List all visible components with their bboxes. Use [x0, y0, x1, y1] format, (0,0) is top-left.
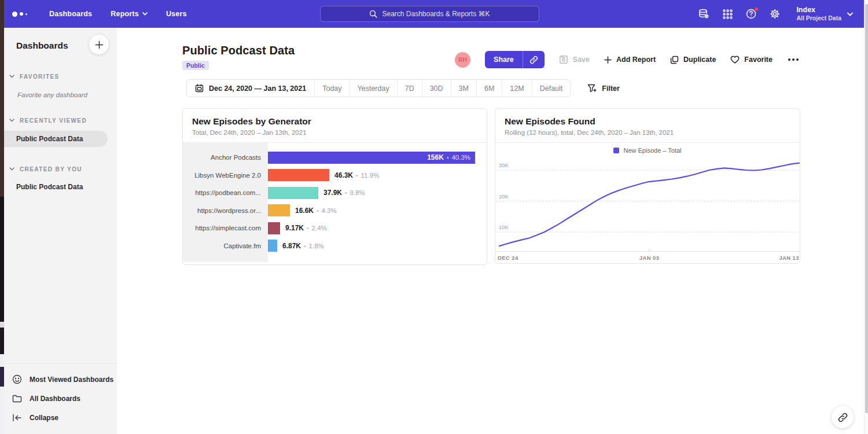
sidebar-item-public-podcast-data[interactable]: Public Podcast Data	[4, 179, 117, 195]
section-recently-viewed[interactable]: RECENTLY VIEWED	[4, 116, 117, 125]
main-content: Public Podcast Data Public RH Share Save…	[117, 28, 868, 434]
bar-row: Anchor Podcasts156K•40.3%	[183, 149, 487, 167]
apps-grid-icon[interactable]	[722, 8, 733, 20]
quick-range-30d[interactable]: 30D	[422, 80, 451, 97]
bar-category-label: Libsyn WebEngine 2.0	[183, 172, 268, 179]
nav-item-label: Dashboards	[49, 10, 92, 18]
footer-item-label: Collapse	[30, 414, 58, 422]
section-created-by-you[interactable]: CREATED BY YOU	[4, 164, 117, 174]
bar-segment[interactable]	[268, 222, 280, 234]
duplicate-button[interactable]: Duplicate	[670, 56, 716, 64]
section-label: CREATED BY YOU	[20, 166, 82, 172]
page-title: Public Podcast Data	[182, 44, 295, 57]
collapse-sidebar-button[interactable]: Collapse	[4, 408, 117, 427]
nav-item-reports[interactable]: Reports	[111, 10, 148, 18]
notification-dot	[754, 7, 759, 12]
bar-segment[interactable]	[268, 204, 290, 216]
y-tick-label: 30K	[499, 162, 509, 168]
bar-segment[interactable]: 156K•40.3%	[268, 152, 475, 164]
chevron-down-icon	[9, 75, 14, 78]
quick-range-7d[interactable]: 7D	[397, 80, 422, 97]
x-tick-label: DEC 24	[498, 255, 518, 261]
duplicate-icon	[670, 56, 679, 64]
share-button[interactable]: Share	[485, 51, 545, 68]
quick-range-6m[interactable]: 6M	[476, 80, 502, 97]
nav-right-cluster: Index All Project Data	[698, 0, 853, 28]
chevron-down-icon	[9, 167, 14, 171]
sidebar-item-public-podcast-data[interactable]: Public Podcast Data	[4, 131, 108, 147]
favorite-label: Favorite	[744, 56, 773, 64]
data-sources-icon[interactable]	[698, 8, 709, 20]
help-icon[interactable]	[745, 8, 757, 20]
x-tick-label: JAN 03	[639, 255, 660, 261]
save-label: Save	[573, 56, 590, 64]
bar-value: 156K•40.3%	[427, 153, 470, 161]
bar-segment[interactable]	[268, 240, 277, 252]
filter-button[interactable]: Filter	[587, 84, 620, 93]
floating-link-button[interactable]	[832, 406, 854, 428]
favorite-button[interactable]: Favorite	[730, 56, 773, 64]
add-report-label: Add Report	[616, 56, 656, 64]
heart-icon	[730, 56, 740, 64]
bar-segment[interactable]	[268, 169, 329, 181]
all-dashboards-button[interactable]: All Dashboards	[4, 389, 117, 408]
bar-category-label: Captivate.fm	[183, 242, 268, 249]
card-header: New Episodes by Generator Total, Dec 24t…	[183, 109, 487, 143]
save-button[interactable]: Save	[559, 55, 590, 64]
bar-row: https://wordpress.or...16.6K•4.3%	[183, 202, 487, 220]
page-scrollbar[interactable]	[864, 0, 868, 434]
more-options-button[interactable]	[787, 56, 800, 63]
app-logo[interactable]	[12, 12, 27, 17]
legend-label: New Episode – Total	[623, 147, 681, 154]
bar-category-label: Anchor Podcasts	[183, 154, 268, 161]
settings-gear-icon[interactable]	[769, 8, 781, 20]
quick-range-default[interactable]: Default	[532, 80, 571, 97]
bar-segment[interactable]	[268, 187, 318, 199]
date-range-picker[interactable]: Dec 24, 2020 — Jan 13, 2021	[187, 80, 314, 97]
share-link-button[interactable]	[523, 51, 545, 68]
nav-item-users[interactable]: Users	[166, 10, 187, 18]
bar-row: Captivate.fm6.87K•1.8%	[183, 237, 487, 255]
scrollbar-thumb[interactable]	[865, 4, 868, 413]
line-series[interactable]	[499, 163, 799, 246]
sidebar-footer: Most Viewed Dashboards All Dashboards Co…	[4, 363, 117, 434]
window-edge-strip	[0, 0, 4, 434]
folder-icon	[12, 394, 22, 403]
share-button-label[interactable]: Share	[485, 51, 523, 68]
chevron-down-icon	[142, 12, 148, 16]
line-chart: 10K20K30KDEC 24JAN 03JAN 13	[495, 158, 800, 262]
bar-row: https://simplecast.com9.17K•2.4%	[183, 219, 487, 237]
plus-icon	[95, 41, 104, 49]
chevron-down-icon	[9, 119, 14, 122]
header-actions: RH Share Save Add Report Duplicate Favor…	[455, 51, 800, 68]
chart-legend: New Episode – Total	[495, 143, 800, 158]
logo-dot-icon	[20, 12, 23, 16]
bar-value: 37.9K•9.8%	[323, 189, 365, 197]
bar-value: 16.6K•4.3%	[295, 207, 337, 215]
add-report-button[interactable]: Add Report	[604, 56, 656, 64]
quick-range-today[interactable]: Today	[314, 80, 349, 97]
bar-row: Libsyn WebEngine 2.046.3K•11.9%	[183, 167, 487, 185]
footer-item-label: All Dashboards	[30, 395, 80, 403]
quick-range-yesterday[interactable]: Yesterday	[350, 80, 397, 97]
section-label: RECENTLY VIEWED	[20, 117, 87, 124]
add-dashboard-button[interactable]	[89, 35, 109, 54]
most-viewed-dashboards-button[interactable]: Most Viewed Dashboards	[4, 370, 117, 389]
bar-value: 46.3K•11.9%	[334, 171, 379, 179]
section-favorites[interactable]: FAVORITES	[4, 72, 117, 81]
search-input[interactable]: Search Dashboards & Reports ⌘K	[320, 6, 539, 22]
card-subtitle: Rolling (12 hours), total, Dec 24th, 202…	[505, 129, 790, 136]
plus-icon	[604, 56, 612, 64]
x-tick-label: JAN 13	[779, 255, 799, 261]
quick-range-12m[interactable]: 12M	[502, 80, 531, 97]
card-title: New Episodes by Generator	[192, 116, 477, 127]
search-icon	[369, 10, 377, 18]
calendar-icon	[195, 84, 204, 93]
avatar[interactable]: RH	[455, 52, 470, 68]
quick-range-3m[interactable]: 3M	[451, 80, 476, 97]
project-switcher[interactable]: Index All Project Data	[796, 6, 853, 22]
nav-item-dashboards[interactable]: Dashboards	[49, 10, 92, 18]
y-tick-label: 20K	[499, 193, 509, 200]
smiley-icon	[12, 374, 22, 384]
bar-track: 46.3K•11.9%	[268, 169, 487, 181]
